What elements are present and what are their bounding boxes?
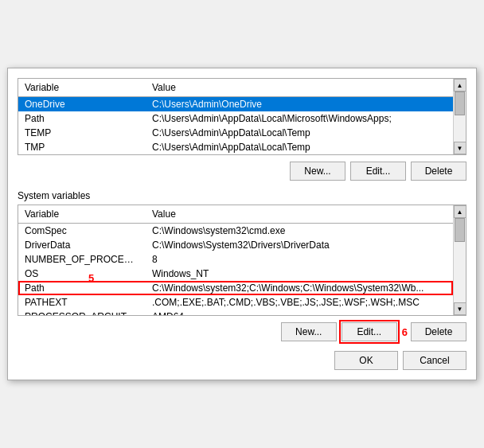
sys-var-cell: PATHEXT [18, 296, 146, 309]
system-variables-table-inner: Variable Value ComSpec C:\Windows\system… [18, 205, 453, 315]
user-variables-table-wrapper: Variable Value OneDrive C:\Users\Admin\O… [18, 78, 466, 155]
cancel-button[interactable]: Cancel [403, 351, 466, 370]
user-val-col-header: Value [146, 80, 453, 95]
sys-new-button[interactable]: New... [281, 322, 337, 341]
annotation-six: 6 [402, 326, 408, 338]
sys-var-col-header: Variable [18, 207, 146, 221]
sys-val-col-header: Value [146, 207, 453, 221]
system-variables-label: System variables [18, 190, 466, 201]
scroll-up-arrow[interactable]: ▲ [454, 79, 466, 92]
user-val-cell: C:\Users\Admin\AppData\Local\Microsoft\W… [146, 112, 453, 125]
user-var-cell: OneDrive [18, 98, 146, 111]
table-row[interactable]: NUMBER_OF_PROCESSORS 8 [18, 252, 453, 267]
table-row[interactable]: PROCESSOR_ARCHITECTU... AMD64 [18, 310, 453, 315]
sys-val-cell: C:\Windows\system32\cmd.exe [146, 224, 453, 237]
sys-delete-button[interactable]: Delete [411, 322, 466, 341]
scroll-down-arrow[interactable]: ▼ [454, 142, 466, 154]
user-edit-button[interactable]: Edit... [350, 162, 406, 181]
edit-button-wrapper: Edit... [342, 322, 397, 341]
sys-val-cell: C:\Windows\system32;C:\Windows;C:\Window… [146, 282, 453, 294]
user-val-cell: C:\Users\Admin\OneDrive [146, 98, 453, 111]
sys-var-scrollbar[interactable]: ▲ ▼ [453, 205, 466, 315]
table-row[interactable]: OneDrive C:\Users\Admin\OneDrive [18, 97, 453, 111]
system-variables-table-wrapper: 5 Variable Value ComSpec C:\Windows\syst… [18, 205, 466, 316]
scroll-thumb[interactable] [455, 92, 465, 115]
table-row[interactable]: TMP C:\Users\Admin\AppData\Local\Temp [18, 140, 453, 154]
user-new-button[interactable]: New... [290, 162, 345, 181]
scroll-thumb[interactable] [455, 218, 465, 242]
sys-val-cell: Windows_NT [146, 267, 453, 280]
sys-val-cell: AMD64 [146, 310, 453, 315]
sys-val-cell: .COM;.EXE;.BAT;.CMD;.VBS;.VBE;.JS;.JSE;.… [146, 296, 453, 309]
delete-button-wrapper: 6 Delete [402, 322, 466, 341]
sys-var-cell: OS [18, 267, 146, 280]
user-var-cell: TMP [18, 141, 146, 154]
sys-var-cell: Path [18, 282, 146, 294]
user-var-cell: Path [18, 112, 146, 125]
user-variables-table-inner: Variable Value OneDrive C:\Users\Admin\O… [18, 79, 453, 154]
table-row[interactable]: OS Windows_NT [18, 267, 453, 281]
sys-var-cell: NUMBER_OF_PROCESSORS [18, 253, 146, 266]
scroll-track[interactable] [454, 218, 466, 302]
user-var-cell: TEMP [18, 127, 146, 139]
sys-val-cell: 8 [146, 253, 453, 266]
table-row[interactable]: DriverData C:\Windows\System32\Drivers\D… [18, 238, 453, 252]
sys-val-cell: C:\Windows\System32\Drivers\DriverData [146, 239, 453, 251]
sys-var-cell: PROCESSOR_ARCHITECTU... [18, 310, 146, 315]
user-delete-button[interactable]: Delete [411, 162, 466, 181]
sys-edit-button[interactable]: Edit... [342, 322, 397, 341]
sys-var-buttons: New... Edit... 6 Delete [18, 322, 466, 341]
user-val-cell: C:\Users\Admin\AppData\Local\Temp [146, 127, 453, 139]
table-row[interactable]: TEMP C:\Users\Admin\AppData\Local\Temp [18, 126, 453, 140]
system-variables-header: Variable Value [18, 205, 453, 224]
table-row[interactable]: ComSpec C:\Windows\system32\cmd.exe [18, 224, 453, 238]
user-variables-body: OneDrive C:\Users\Admin\OneDrive Path C:… [18, 97, 453, 154]
scroll-up-arrow[interactable]: ▲ [454, 205, 466, 218]
scroll-track[interactable] [454, 92, 466, 142]
system-variables-body: ComSpec C:\Windows\system32\cmd.exe Driv… [18, 224, 453, 315]
table-row[interactable]: Path C:\Users\Admin\AppData\Local\Micros… [18, 111, 453, 126]
sys-path-row[interactable]: Path C:\Windows\system32;C:\Windows;C:\W… [18, 281, 453, 295]
environment-variables-dialog: Variable Value OneDrive C:\Users\Admin\O… [7, 68, 477, 380]
user-var-scrollbar[interactable]: ▲ ▼ [453, 79, 466, 154]
ok-button[interactable]: OK [334, 351, 398, 370]
scroll-down-arrow[interactable]: ▼ [454, 302, 466, 315]
user-var-col-header: Variable [18, 80, 146, 95]
footer-buttons: OK Cancel [18, 351, 466, 370]
user-var-buttons: New... Edit... Delete [18, 162, 466, 181]
user-variables-header: Variable Value [18, 79, 453, 97]
user-val-cell: C:\Users\Admin\AppData\Local\Temp [146, 141, 453, 154]
sys-var-cell: ComSpec [18, 224, 146, 237]
sys-var-cell: DriverData [18, 239, 146, 251]
table-row[interactable]: PATHEXT .COM;.EXE;.BAT;.CMD;.VBS;.VBE;.J… [18, 295, 453, 310]
